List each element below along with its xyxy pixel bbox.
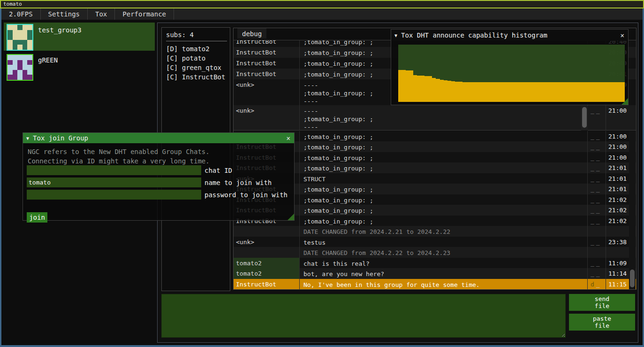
- debug-log-scrollbar[interactable]: [581, 106, 588, 131]
- resize-grip-icon[interactable]: [288, 214, 294, 220]
- histogram-bar: [583, 82, 587, 102]
- sender-name: tomato2: [234, 258, 300, 268]
- close-icon[interactable]: ✕: [621, 31, 624, 39]
- delivery-flags: __: [588, 237, 606, 247]
- delivery-flags: __: [588, 184, 606, 194]
- histogram-bar: [470, 82, 474, 102]
- delivery-flags: __: [588, 258, 606, 268]
- collapse-triangle-icon[interactable]: ▼: [394, 33, 397, 38]
- histogram-bar: [413, 75, 417, 102]
- histogram-bar: [579, 82, 583, 102]
- sender-name: <unk>: [234, 237, 300, 247]
- join-field-input-password-to-join-with[interactable]: [27, 190, 201, 200]
- member-item: [C] potato: [166, 54, 230, 63]
- avatar-pixel: [17, 35, 23, 40]
- histogram-bar: [489, 82, 492, 102]
- avatar-pixel: [27, 60, 32, 65]
- menu-performance[interactable]: Performance: [115, 8, 174, 20]
- button-label-line: file: [595, 322, 609, 329]
- chat-row: InstructBotNo, I've been in this group f…: [234, 279, 636, 289]
- join-group-titlebar[interactable]: ▼ Tox join Group ✕: [23, 133, 294, 143]
- avatar-pixel: [8, 35, 13, 40]
- avatar-pixel: [13, 25, 18, 30]
- menu-tox[interactable]: Tox: [88, 8, 115, 20]
- delivery-flags: __: [588, 216, 606, 226]
- message-text: ;tomato_in_group: ;: [300, 162, 588, 173]
- delivery-flags: __: [588, 194, 606, 205]
- delivery-flags: [588, 226, 606, 236]
- histogram-bar: [428, 76, 432, 102]
- avatar-pixel: [13, 70, 18, 75]
- message-text: chat is this real?: [300, 258, 588, 268]
- histogram-bar: [466, 82, 470, 102]
- message-text: ;tomato_in_group: ;: [300, 194, 588, 205]
- message-log-scrollbar[interactable]: [629, 131, 636, 289]
- sender-name: <unk>: [234, 105, 300, 131]
- timestamp: 21:02: [606, 194, 629, 205]
- message-text: ;tomato_in_group: ;: [300, 205, 588, 215]
- histogram-bar: [542, 82, 546, 102]
- histogram-bar: [436, 79, 439, 102]
- histogram-bar: [617, 82, 621, 102]
- avatar-pixel: [27, 45, 32, 50]
- avatar-pixel: [27, 25, 32, 30]
- debug-log-scrollbar-thumb[interactable]: [582, 107, 587, 128]
- avatar-pixel: [23, 60, 28, 65]
- avatar-pixel: [27, 75, 32, 80]
- member-item: [D] tomato2: [166, 44, 230, 54]
- histogram-bar: [451, 81, 455, 102]
- menu-settings[interactable]: Settings: [41, 8, 88, 20]
- message-input[interactable]: [161, 294, 566, 338]
- group-list-item[interactable]: test_group3: [4, 23, 155, 51]
- timestamp: 23:38: [606, 237, 629, 247]
- sender-name: <unk>: [234, 79, 300, 105]
- close-icon[interactable]: ✕: [287, 134, 290, 142]
- message-text: DATE CHANGED from 2024.2.21 to 2024.2.22: [300, 226, 588, 236]
- dht-histogram-titlebar[interactable]: ▼ Tox DHT announce capability histogram …: [391, 30, 628, 41]
- send-file-button[interactable]: sendfile: [569, 294, 635, 311]
- sender-name: InstructBot: [234, 69, 300, 79]
- join-field-row: password to join with: [27, 190, 288, 200]
- avatar-pixel: [23, 65, 28, 70]
- collapse-triangle-icon[interactable]: ▼: [26, 136, 29, 141]
- histogram-bar: [557, 82, 561, 102]
- timestamp: 11:09: [606, 258, 629, 268]
- delivery-flags: __: [588, 141, 606, 152]
- avatar-pixel: [13, 40, 18, 45]
- message-log-scrollbar-thumb[interactable]: [630, 270, 635, 287]
- histogram-bar: [519, 82, 523, 102]
- tab-debug[interactable]: debug: [237, 28, 266, 39]
- avatar-pixel: [27, 55, 32, 60]
- histogram-bar: [511, 82, 515, 102]
- dht-histogram-window: ▼ Tox DHT announce capability histogram …: [391, 29, 629, 105]
- avatar-pixel: [8, 25, 13, 30]
- histogram-bar: [527, 82, 530, 102]
- delivery-flags: [588, 247, 606, 257]
- avatar-pixel: [23, 75, 28, 80]
- timestamp: [606, 226, 629, 236]
- group-list-item[interactable]: gREEN: [4, 53, 155, 81]
- timestamp: 21:00: [606, 152, 629, 162]
- avatar-pixel: [17, 45, 23, 50]
- join-button[interactable]: join: [27, 212, 47, 223]
- join-field-input-chat-ID[interactable]: [27, 165, 201, 175]
- timestamp: 21:02: [606, 205, 629, 215]
- avatar-pixel: [13, 65, 18, 70]
- histogram-bar: [481, 82, 485, 102]
- timestamp: [606, 247, 629, 257]
- message-text: STRUCT: [300, 173, 588, 184]
- sender-name: InstructBot: [234, 279, 300, 289]
- resize-grip-icon[interactable]: [621, 98, 628, 105]
- timestamp: 21:02: [606, 216, 629, 226]
- sender-name: [234, 226, 300, 236]
- join-field-input-name-to-join-with[interactable]: [27, 177, 201, 187]
- chat-row: tomato2bot, are you new here?__11:14: [234, 268, 636, 278]
- avatar-pixel: [8, 45, 13, 50]
- os-window-titlebar[interactable]: tomato: [0, 0, 644, 8]
- delivery-flags: __: [588, 131, 606, 141]
- histogram-bar: [406, 70, 409, 102]
- button-label-line: paste: [593, 315, 611, 322]
- row-gutter: [629, 105, 636, 131]
- message-text: No, I've been in this group for quite so…: [300, 279, 588, 289]
- paste-file-button[interactable]: pastefile: [569, 314, 635, 331]
